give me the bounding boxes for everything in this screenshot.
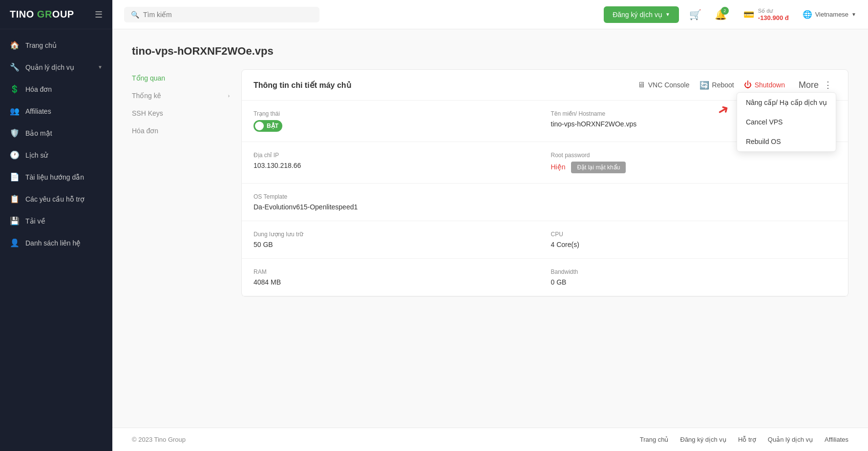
os-template-value: Da-Evolutionv615-Openlitespeed1 <box>254 203 836 211</box>
status-label: Trạng thái <box>254 110 539 117</box>
cpu-label: CPU <box>551 231 837 238</box>
sidebar-item-tai-ve[interactable]: 💾 Tải về <box>0 210 112 232</box>
show-password-link[interactable]: Hiện <box>551 163 566 171</box>
page-title: tino-vps-hORXNF2WOe.vps <box>132 45 848 58</box>
more-button[interactable]: More ⋮ Nâng cấp/ Hạ cấp dịch vụ Cancel V… <box>795 78 836 92</box>
chevron-right-icon: › <box>228 93 230 99</box>
vnc-console-button[interactable]: 🖥 VNC Console <box>637 81 690 89</box>
hamburger-icon[interactable]: ☰ <box>95 9 103 20</box>
bandwidth-item: Bandwidth 0 GB <box>551 268 837 286</box>
more-wrapper: More ⋮ Nâng cấp/ Hạ cấp dịch vụ Cancel V… <box>795 78 836 92</box>
page-content: tino-vps-hORXNF2WOe.vps Tổng quan Thống … <box>112 29 868 428</box>
download-icon: 💾 <box>10 216 20 226</box>
sidebar-item-hoa-don[interactable]: 💲 Hóa đơn <box>0 78 112 100</box>
globe-icon: 🌐 <box>803 10 812 19</box>
monitor-icon: 🖥 <box>637 81 645 89</box>
left-nav-ssh-keys[interactable]: SSH Keys <box>132 104 230 122</box>
left-nav-hoa-don[interactable]: Hóa đơn <box>132 122 230 140</box>
cart-icon[interactable]: 🛒 <box>687 6 704 23</box>
toggle-switch[interactable]: BẬT <box>254 120 282 132</box>
header: 🔍 Đăng ký dịch vụ ▼ 🛒 🔔 2 💳 Số dư -130.9… <box>112 0 868 29</box>
card-actions: 🖥 VNC Console 🔄 Reboot ⏻ Shutdown <box>637 78 836 92</box>
sidebar-item-tai-lieu[interactable]: 📄 Tài liệu hướng dẫn <box>0 166 112 188</box>
root-password-item: Root password Hiện Đặt lại mật khẩu <box>551 152 837 173</box>
card-title: Thông tin chi tiết máy chủ <box>254 81 630 90</box>
left-nav-tong-quan[interactable]: Tổng quan <box>132 69 230 87</box>
footer-link-ho-tro[interactable]: Hỗ trợ <box>738 436 756 443</box>
shutdown-label: Shutdown <box>755 81 785 89</box>
footer-link-quan-ly[interactable]: Quản lý dịch vụ <box>768 436 813 443</box>
sidebar-item-yeu-cau[interactable]: 📋 Các yêu cầu hỗ trợ <box>0 188 112 210</box>
sidebar-item-trang-chu[interactable]: 🏠 Trang chủ <box>0 34 112 56</box>
storage-value: 50 GB <box>254 241 539 248</box>
search-input[interactable] <box>143 11 313 19</box>
balance-info: Số dư -130.900 đ <box>758 8 789 21</box>
os-template-section: OS Template Da-Evolutionv615-Openlitespe… <box>242 184 848 221</box>
sidebar-item-label: Hóa đơn <box>25 85 103 93</box>
sidebar-item-label: Bảo mật <box>25 129 103 137</box>
left-nav-thong-ke[interactable]: Thống kê › <box>132 87 230 104</box>
sidebar-item-label: Lịch sử <box>25 151 103 159</box>
footer-link-trang-chu[interactable]: Trang chủ <box>640 436 669 443</box>
os-template-label: OS Template <box>254 193 836 200</box>
footer-link-affiliates[interactable]: Affiliates <box>825 436 848 443</box>
search-box[interactable]: 🔍 <box>124 7 319 22</box>
status-item: Trạng thái BẬT <box>254 110 539 132</box>
chevron-down-icon: ▼ <box>851 12 856 17</box>
left-nav-label: Hóa đơn <box>132 127 158 135</box>
footer: © 2023 Tino Group Trang chủ Đăng ký dịch… <box>112 428 868 451</box>
ip-info-grid: Địa chỉ IP 103.130.218.66 Root password … <box>254 152 836 173</box>
support-icon: 📋 <box>10 194 20 204</box>
language-label: Vietnamese <box>815 11 848 18</box>
sidebar-item-lich-su[interactable]: 🕐 Lịch sử <box>0 144 112 166</box>
bandwidth-value: 0 GB <box>551 278 837 286</box>
affiliates-icon: 👥 <box>10 106 20 116</box>
footer-links: Trang chủ Đăng ký dịch vụ Hỗ trợ Quản lý… <box>640 436 848 443</box>
storage-item: Dung lượng lưu trữ 50 GB <box>254 231 539 248</box>
sidebar-item-label: Affiliates <box>25 107 103 115</box>
chevron-down-icon: ▼ <box>665 12 670 17</box>
register-service-button[interactable]: Đăng ký dịch vụ ▼ <box>604 6 679 23</box>
ram-bandwidth-section: RAM 4084 MB Bandwidth 0 GB <box>242 259 848 296</box>
language-selector[interactable]: 🌐 Vietnamese ▼ <box>803 10 856 19</box>
copyright-text: © 2023 Tino Group <box>132 436 186 443</box>
register-label: Đăng ký dịch vụ <box>613 11 662 19</box>
dropdown-nang-cap[interactable]: Nâng cấp/ Hạ cấp dịch vụ <box>737 93 836 112</box>
sidebar-item-label: Danh sách liên hệ <box>25 239 103 247</box>
root-password-value: Hiện Đặt lại mật khẩu <box>551 162 837 173</box>
docs-icon: 📄 <box>10 172 20 182</box>
footer-link-dang-ky[interactable]: Đăng ký dịch vụ <box>680 436 726 443</box>
ip-item: Địa chỉ IP 103.130.218.66 <box>254 152 539 173</box>
sidebar-item-quan-ly-dich-vu[interactable]: 🔧 Quản lý dịch vụ ▼ <box>0 56 112 78</box>
dropdown-rebuild-os[interactable]: Rebuild OS <box>737 132 836 151</box>
chevron-down-icon: ▼ <box>98 64 103 70</box>
notification-icon[interactable]: 🔔 2 <box>712 6 730 23</box>
power-icon: ⏻ <box>744 81 752 89</box>
home-icon: 🏠 <box>10 41 20 50</box>
reboot-button[interactable]: 🔄 Reboot <box>699 81 734 90</box>
copyright: © 2023 Tino Group <box>132 436 186 443</box>
dropdown-cancel-vps[interactable]: Cancel VPS <box>737 112 836 132</box>
ram-value: 4084 MB <box>254 278 539 286</box>
left-nav-label: Tổng quan <box>132 74 165 82</box>
server-specs-section: Dung lượng lưu trữ 50 GB CPU 4 Core(s) <box>242 221 848 259</box>
toggle-label: BẬT <box>267 123 278 129</box>
sidebar-nav: 🏠 Trang chủ 🔧 Quản lý dịch vụ ▼ 💲 Hóa đơ… <box>0 29 112 451</box>
balance-amount: -130.900 đ <box>758 14 789 21</box>
balance-box[interactable]: 💳 Số dư -130.900 đ <box>738 5 795 24</box>
cpu-item: CPU 4 Core(s) <box>551 231 837 248</box>
history-icon: 🕐 <box>10 150 20 160</box>
dropdown-menu: Nâng cấp/ Hạ cấp dịch vụ Cancel VPS Rebu… <box>737 92 836 152</box>
shutdown-button[interactable]: ⏻ Shutdown <box>744 81 785 89</box>
sidebar: TINO GROUP ☰ 🏠 Trang chủ 🔧 Quản lý dịch … <box>0 0 112 451</box>
sidebar-item-label: Tải về <box>25 217 103 225</box>
contacts-icon: 👤 <box>10 238 20 247</box>
reset-password-button[interactable]: Đặt lại mật khẩu <box>571 162 626 173</box>
sidebar-item-label: Các yêu cầu hỗ trợ <box>25 195 103 203</box>
sidebar-item-danh-sach[interactable]: 👤 Danh sách liên hệ <box>0 232 112 254</box>
more-label: More <box>799 80 819 90</box>
sidebar-item-affiliates[interactable]: 👥 Affiliates <box>0 100 112 122</box>
shield-icon: 🛡️ <box>10 128 20 138</box>
status-toggle[interactable]: BẬT <box>254 120 539 132</box>
sidebar-item-bao-mat[interactable]: 🛡️ Bảo mật <box>0 122 112 144</box>
